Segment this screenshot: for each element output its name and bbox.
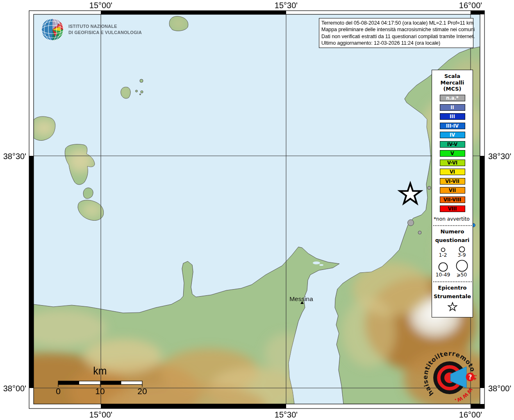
scale-tick-label: 0 — [56, 386, 61, 396]
ingv-logo-line1: ISTITUTO NAZIONALE — [68, 23, 142, 30]
islet — [136, 90, 138, 92]
size-label: 10-49 — [436, 272, 450, 278]
size-label: 3-9 — [458, 252, 466, 258]
size-circle-3-9-icon — [456, 246, 468, 252]
frame-segment — [471, 404, 484, 409]
size-circle-1-2-icon — [437, 246, 449, 252]
legend-chip-vii-viii: VII-VIII — [440, 196, 465, 203]
legend-chip-vi-vii: VI-VII — [440, 178, 465, 185]
event-info-box: Terremoto del 05-08-2024 04:17:50 (ora l… — [319, 18, 473, 48]
questionnaires-title: Numero questionari — [435, 228, 470, 245]
info-line-map-type: Mappa preliminare delle intensità macros… — [321, 26, 471, 33]
legend-chip-ii: II — [440, 104, 465, 111]
legend-divider — [433, 281, 472, 282]
axis-label-right-38-00: 38°00' — [488, 384, 511, 393]
city-label: Messina — [289, 295, 313, 302]
legend-title: Scala Mercalli (MCS) — [440, 73, 464, 92]
question-badge-glyph: ? — [469, 374, 472, 381]
frame-segment — [480, 156, 484, 388]
axis-label-right-38-30: 38°30' — [488, 152, 511, 161]
size-circle-10-49-icon — [437, 262, 449, 272]
legend-chip-iii: III — [440, 113, 465, 120]
axis-label-top-15-00: 15°00' — [89, 1, 112, 10]
epicenter-title: Epicentro Strumentale — [434, 284, 471, 301]
size-label: ⩾50 — [457, 272, 467, 278]
axis-label-left-38-00: 38°00' — [3, 384, 26, 393]
axis-label-left-38-30: 38°30' — [3, 152, 26, 161]
axis-label-bottom-15-30: 15°30' — [275, 410, 298, 419]
observation-dot — [418, 231, 421, 234]
islet — [140, 79, 143, 82]
frame-segment — [101, 11, 286, 14]
ingv-logo-text: ISTITUTO NAZIONALE DI GEOFISICA E VULCAN… — [68, 23, 142, 36]
legend-chip-na: n.a.* — [440, 95, 465, 101]
axis-label-top-15-30: 15°30' — [275, 1, 298, 10]
scale-tick-label: 10 — [95, 386, 105, 396]
legend-chip-iv-v: IV-V — [440, 141, 465, 148]
legend-footnote: *non avvertito — [432, 216, 470, 222]
info-line-data-source: Dati non verificati estratti da 11 quest… — [321, 33, 471, 40]
island-vulcanello — [83, 188, 93, 199]
observation-dot — [428, 186, 431, 189]
scale-segment — [100, 381, 121, 385]
axis-label-top-16-00: 16°00' — [459, 1, 482, 10]
size-label: 1-2 — [439, 252, 447, 258]
legend-chip-v-vi: V-VI — [440, 160, 465, 166]
scale-bar-unit: km — [93, 365, 107, 377]
legend-chip-iv: IV — [440, 132, 465, 138]
ingv-logo: ISTITUTO NAZIONALE DI GEOFISICA E VULCAN… — [41, 18, 142, 41]
size-circle-50-icon — [455, 260, 469, 272]
frame-segment — [29, 156, 34, 388]
legend-chip-v: V — [440, 150, 465, 157]
legend-chip-vii: VII — [440, 187, 465, 194]
map-area: Messina km 0 10 20 — [0, 14, 498, 420]
legend-chip-viii: VIII — [440, 205, 465, 212]
scale-segment — [79, 381, 100, 385]
ingv-globe-icon — [41, 18, 64, 41]
info-line-updated: Ultimo aggiornamento: 12-03-2026 11:24 (… — [321, 40, 471, 46]
axis-label-bottom-15-00: 15°00' — [89, 410, 112, 419]
info-line-event: Terremoto del 05-08-2024 04:17:50 (ora l… — [321, 20, 471, 26]
observation-dot — [408, 220, 414, 226]
scale-segment — [58, 381, 79, 385]
questionnaire-size-key: 1-2 3-9 10-49 ⩾50 — [434, 246, 471, 278]
legend-chip-vi: VI — [440, 169, 465, 175]
macroseismic-map-page: Messina km 0 10 20 — [0, 0, 514, 420]
ingv-logo-line2: DI GEOFISICA E VULCANOLOGIA — [68, 30, 142, 36]
scale-segment — [121, 381, 142, 385]
frame-segment — [471, 11, 484, 14]
islet — [140, 94, 141, 95]
legend-divider — [433, 225, 472, 226]
axis-label-bottom-16-00: 16°00' — [459, 410, 482, 419]
islet — [141, 91, 143, 93]
legend-chip-iii-iv: III-IV — [440, 123, 465, 129]
legend-panel: Scala Mercalli (MCS) n.a.* II III III-IV… — [432, 70, 473, 317]
epicenter-legend-star-icon — [446, 302, 459, 313]
scale-tick-label: 20 — [137, 386, 147, 396]
frame-segment — [101, 404, 286, 409]
